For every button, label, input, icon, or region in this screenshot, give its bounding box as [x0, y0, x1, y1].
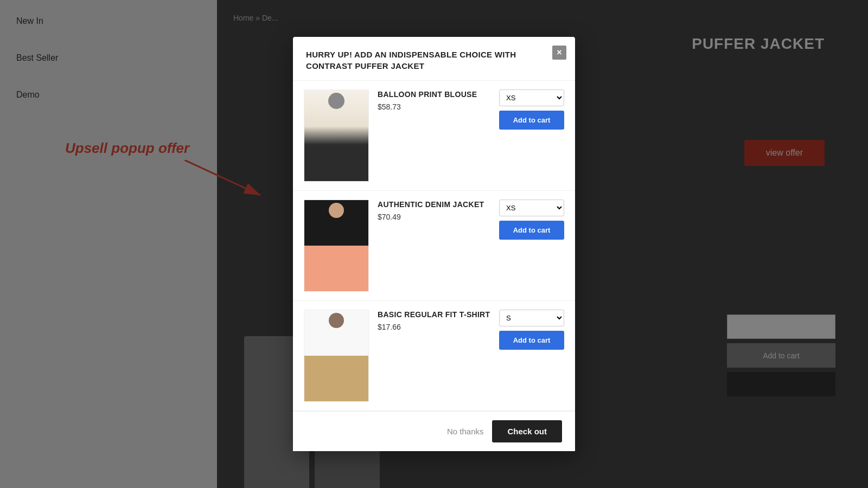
modal-footer: No thanks Check out — [293, 411, 575, 451]
product-price-2: $17.66 — [378, 323, 490, 331]
add-to-cart-button-1[interactable]: Add to cart — [499, 221, 564, 240]
product-info-1: AUTHENTIC DENIM JACKET $70.49 — [378, 200, 490, 221]
product-name-2: BASIC REGULAR FIT T-SHIRT — [378, 310, 490, 319]
product-actions-1: XS S M L XL Add to cart — [499, 200, 564, 240]
modal-title: HURRY UP! ADD AN INDISPENSABLE CHOICE WI… — [306, 49, 562, 72]
product-price-0: $58.73 — [378, 102, 490, 111]
product-price-1: $70.49 — [378, 213, 490, 221]
size-select-2[interactable]: XS S M L XL — [499, 310, 564, 326]
product-row-0: BALLOON PRINT BLOUSE $58.73 XS S M L XL … — [293, 81, 575, 191]
product-image-1 — [304, 200, 369, 292]
product-image-0 — [304, 89, 369, 182]
blouse-image — [304, 90, 368, 181]
product-info-2: BASIC REGULAR FIT T-SHIRT $17.66 — [378, 310, 490, 331]
modal-header: HURRY UP! ADD AN INDISPENSABLE CHOICE WI… — [293, 37, 575, 81]
product-actions-0: XS S M L XL Add to cart — [499, 89, 564, 130]
denim-image — [304, 200, 368, 291]
add-to-cart-button-0[interactable]: Add to cart — [499, 111, 564, 130]
size-select-0[interactable]: XS S M L XL — [499, 89, 564, 106]
tshirt-image — [304, 310, 368, 401]
product-actions-2: XS S M L XL Add to cart — [499, 310, 564, 350]
product-row-2: BASIC REGULAR FIT T-SHIRT $17.66 XS S M … — [293, 301, 575, 411]
modal-product-list: BALLOON PRINT BLOUSE $58.73 XS S M L XL … — [293, 81, 575, 411]
product-row-1: AUTHENTIC DENIM JACKET $70.49 XS S M L X… — [293, 191, 575, 301]
checkout-button[interactable]: Check out — [492, 420, 562, 442]
size-select-1[interactable]: XS S M L XL — [499, 200, 564, 216]
product-image-2 — [304, 310, 369, 402]
product-info-0: BALLOON PRINT BLOUSE $58.73 — [378, 89, 490, 111]
product-name-0: BALLOON PRINT BLOUSE — [378, 89, 490, 99]
add-to-cart-button-2[interactable]: Add to cart — [499, 331, 564, 350]
product-name-1: AUTHENTIC DENIM JACKET — [378, 200, 490, 209]
upsell-modal: HURRY UP! ADD AN INDISPENSABLE CHOICE WI… — [293, 37, 575, 451]
no-thanks-button[interactable]: No thanks — [447, 427, 484, 436]
modal-close-button[interactable]: × — [552, 46, 566, 60]
